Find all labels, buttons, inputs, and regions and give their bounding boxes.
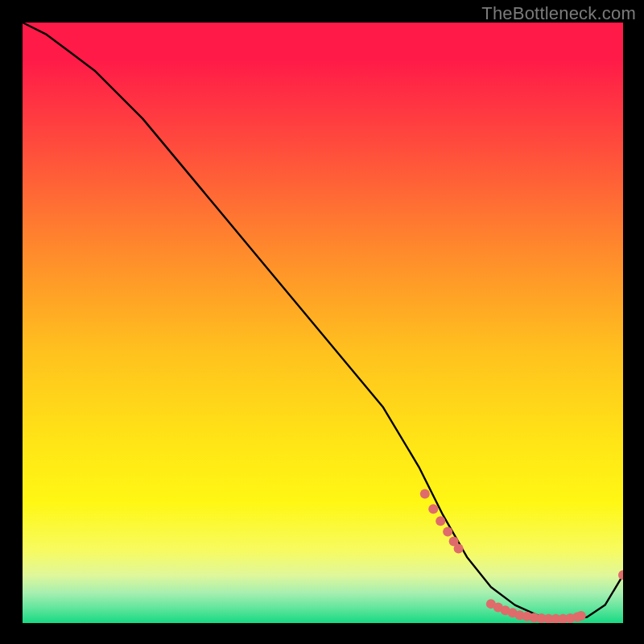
curve-path <box>23 23 623 620</box>
plot-svg <box>23 23 623 623</box>
watermark-label: TheBottleneck.com <box>481 3 636 24</box>
data-point <box>428 504 438 514</box>
data-point <box>454 544 464 554</box>
data-point <box>576 611 586 621</box>
data-point <box>443 527 452 537</box>
data-point <box>420 489 430 499</box>
chart-frame: TheBottleneck.com <box>0 0 644 644</box>
data-point <box>436 516 445 526</box>
data-point <box>618 570 623 580</box>
plot-area <box>23 23 623 623</box>
